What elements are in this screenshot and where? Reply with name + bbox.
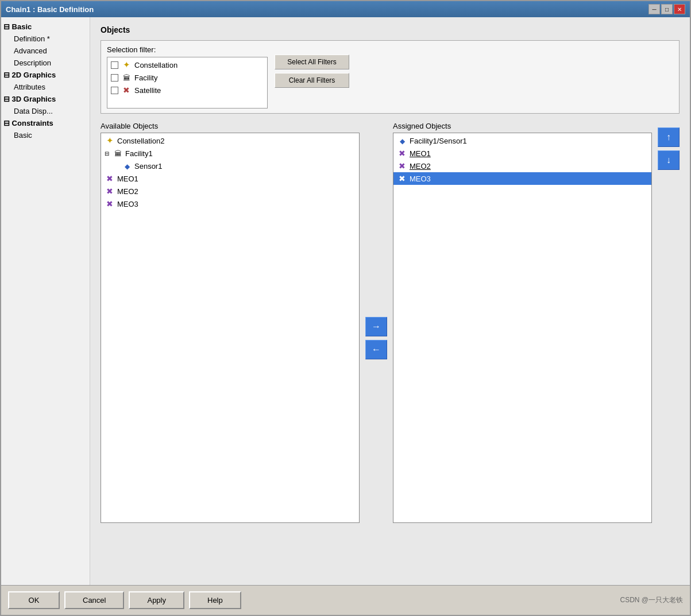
meo3-icon: [105, 199, 115, 209]
sidebar-item-constraints-basic[interactable]: Basic: [1, 129, 90, 141]
sidebar-item-datadisp[interactable]: Data Disp...: [1, 105, 90, 117]
filter-list-container: Selection filter: Constellation Facility: [107, 45, 268, 109]
transfer-right-button[interactable]: →: [365, 317, 387, 336]
available-item-meo2[interactable]: MEO2: [101, 185, 359, 197]
minimize-button[interactable]: ─: [648, 4, 660, 14]
filter-item-facility[interactable]: Facility: [107, 71, 267, 84]
main-content: ⊟ Basic Definition * Advanced Descriptio…: [1, 17, 690, 585]
transfer-left-button[interactable]: ←: [365, 340, 387, 359]
order-up-icon: ↑: [666, 132, 671, 142]
sidebar-item-description[interactable]: Description: [1, 57, 90, 69]
filter-item-constellation[interactable]: Constellation: [107, 59, 267, 71]
sidebar-item-attributes[interactable]: Attributes: [1, 81, 90, 93]
available-item-meo2-label: MEO2: [117, 187, 138, 196]
filter-checkbox-constellation[interactable]: [111, 61, 118, 69]
objects-label: Objects: [101, 25, 680, 34]
constellation-icon: [121, 60, 132, 70]
transfer-right-icon: →: [372, 321, 381, 332]
satellite-icon: [121, 85, 132, 95]
constellation2-icon: [105, 135, 115, 146]
title-controls: ─ □ ✕: [648, 4, 685, 14]
filter-label-constellation: Constellation: [134, 61, 177, 69]
available-item-constellation2[interactable]: Constellation2: [101, 134, 359, 147]
assigned-item-sensor1-label: Facility1/Sensor1: [410, 137, 467, 145]
meo1-icon: [105, 173, 115, 184]
help-button[interactable]: Help: [189, 591, 241, 609]
filter-list: Constellation Facility Satellite: [107, 57, 268, 109]
cancel-button[interactable]: Cancel: [64, 591, 124, 609]
assigned-item-meo2-label: MEO2: [410, 162, 431, 171]
transfer-left-icon: ←: [372, 344, 381, 355]
sidebar: ⊟ Basic Definition * Advanced Descriptio…: [1, 17, 90, 585]
bottom-bar: OK Cancel Apply Help CSDN @一只大老铁: [1, 585, 690, 615]
sensor1-icon: [122, 161, 132, 171]
assigned-item-meo1[interactable]: MEO1: [393, 147, 651, 160]
filter-label-satellite: Satellite: [134, 86, 161, 95]
assigned-objects-list: Facility1/Sensor1 MEO1 MEO2 ✖ MEO3: [393, 133, 652, 523]
order-down-button[interactable]: ↓: [658, 150, 680, 170]
close-button[interactable]: ✕: [674, 4, 685, 14]
order-down-icon: ↓: [666, 155, 671, 165]
order-up-button[interactable]: ↑: [658, 127, 680, 147]
bottom-buttons-left: OK Cancel Apply Help: [8, 591, 241, 609]
sidebar-item-constraints[interactable]: ⊟ Constraints: [1, 117, 90, 129]
filter-checkbox-satellite[interactable]: [111, 87, 118, 94]
assigned-meo1-icon: [397, 148, 407, 158]
assigned-item-meo3-label: MEO3: [410, 175, 431, 183]
filter-buttons: Select All Filters Clear All Filters: [275, 55, 349, 88]
available-objects-label: Available Objects: [101, 122, 360, 130]
order-buttons: ↑ ↓: [658, 122, 680, 170]
sidebar-item-basic[interactable]: ⊟ Basic: [1, 21, 90, 33]
available-item-meo1[interactable]: MEO1: [101, 172, 359, 185]
assigned-objects-section: Assigned Objects Facility1/Sensor1 MEO1: [393, 122, 652, 523]
available-objects-section: Available Objects Constellation2 ⊟ Facil…: [101, 122, 360, 523]
available-item-meo1-label: MEO1: [117, 175, 138, 183]
filter-label-facility: Facility: [134, 73, 157, 82]
ok-button[interactable]: OK: [8, 591, 60, 609]
assigned-item-sensor1[interactable]: Facility1/Sensor1: [393, 134, 651, 147]
available-item-meo3-label: MEO3: [117, 200, 138, 208]
facility1-icon: [113, 148, 123, 158]
assigned-item-meo3[interactable]: ✖ MEO3: [393, 172, 651, 185]
sidebar-item-advanced[interactable]: Advanced: [1, 45, 90, 57]
select-all-filters-button[interactable]: Select All Filters: [275, 55, 349, 69]
available-item-constellation2-label: Constellation2: [117, 137, 164, 145]
filter-checkbox-facility[interactable]: [111, 74, 118, 82]
selection-filter-label: Selection filter:: [107, 45, 268, 54]
assigned-meo3-icon: ✖: [397, 173, 407, 184]
available-item-sensor1-label: Sensor1: [134, 162, 162, 171]
watermark: CSDN @一只大老铁: [620, 595, 683, 605]
selection-filter-group: Selection filter: Constellation Facility: [101, 40, 680, 114]
available-item-facility1[interactable]: ⊟ Facility1: [101, 147, 359, 160]
facility-icon: [121, 72, 132, 83]
available-item-sensor1[interactable]: Sensor1: [101, 160, 359, 172]
assigned-item-meo1-label: MEO1: [410, 149, 431, 158]
assigned-item-meo2[interactable]: MEO2: [393, 160, 651, 172]
meo2-icon: [105, 186, 115, 196]
filter-item-satellite[interactable]: Satellite: [107, 84, 267, 96]
apply-button[interactable]: Apply: [129, 591, 184, 609]
title-bar: Chain1 : Basic Definition ─ □ ✕: [1, 1, 690, 17]
available-item-meo3[interactable]: MEO3: [101, 197, 359, 210]
clear-all-filters-button[interactable]: Clear All Filters: [275, 73, 349, 88]
sidebar-item-definition[interactable]: Definition *: [1, 33, 90, 45]
available-objects-list: Constellation2 ⊟ Facility1 Sensor1: [101, 133, 360, 523]
sidebar-item-3dgraphics[interactable]: ⊟ 3D Graphics: [1, 93, 90, 105]
assigned-sensor1-icon: [397, 135, 407, 146]
window-title: Chain1 : Basic Definition: [6, 5, 94, 14]
facility1-expand-icon: ⊟: [105, 150, 109, 157]
available-item-facility1-label: Facility1: [125, 149, 153, 158]
lists-row: Available Objects Constellation2 ⊟ Facil…: [101, 122, 680, 523]
main-window: Chain1 : Basic Definition ─ □ ✕ ⊟ Basic …: [0, 0, 691, 616]
maximize-button[interactable]: □: [661, 4, 673, 14]
sidebar-item-2dgraphics[interactable]: ⊟ 2D Graphics: [1, 69, 90, 81]
assigned-objects-label: Assigned Objects: [393, 122, 652, 130]
content-area: Objects Selection filter: Constellation: [90, 17, 690, 585]
transfer-buttons: → ←: [365, 122, 387, 359]
assigned-meo2-icon: [397, 161, 407, 171]
